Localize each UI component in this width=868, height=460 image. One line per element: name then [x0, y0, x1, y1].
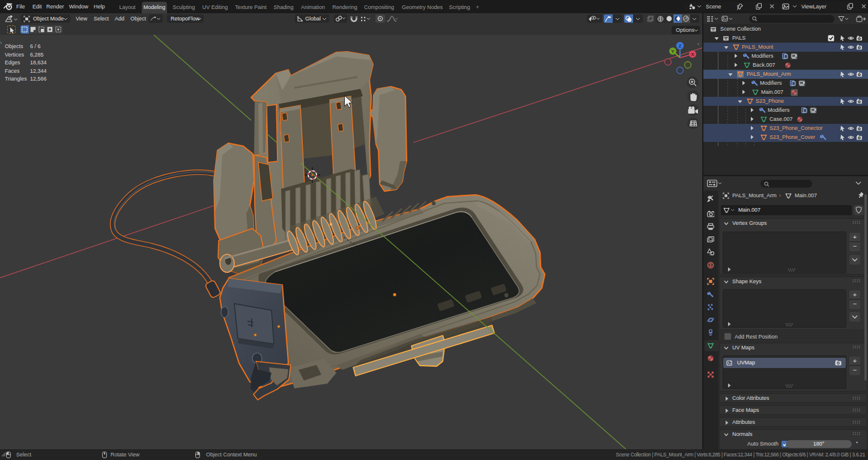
svg-text:Y: Y [671, 49, 675, 54]
svg-text:Z: Z [679, 43, 682, 49]
svg-text:X: X [691, 52, 694, 57]
